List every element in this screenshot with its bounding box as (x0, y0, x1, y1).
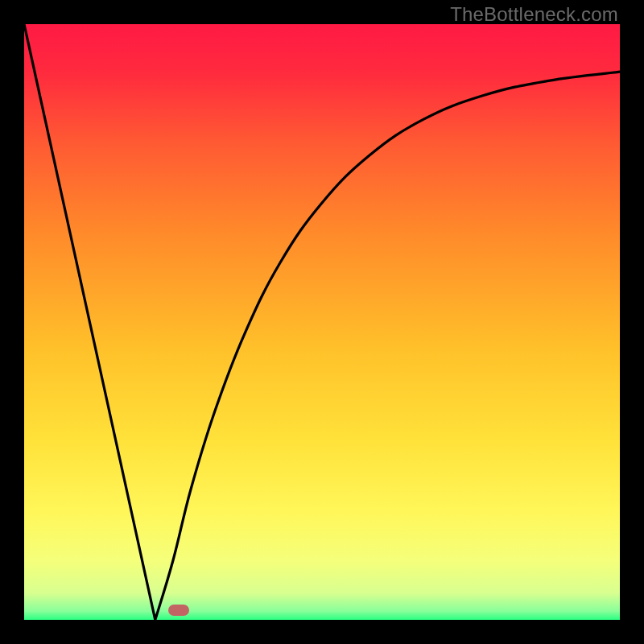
bottleneck-chart (24, 24, 620, 620)
watermark-text: TheBottleneck.com (450, 3, 618, 26)
plot-frame (24, 24, 620, 620)
gradient-background (24, 24, 620, 620)
optimum-marker (168, 605, 189, 616)
